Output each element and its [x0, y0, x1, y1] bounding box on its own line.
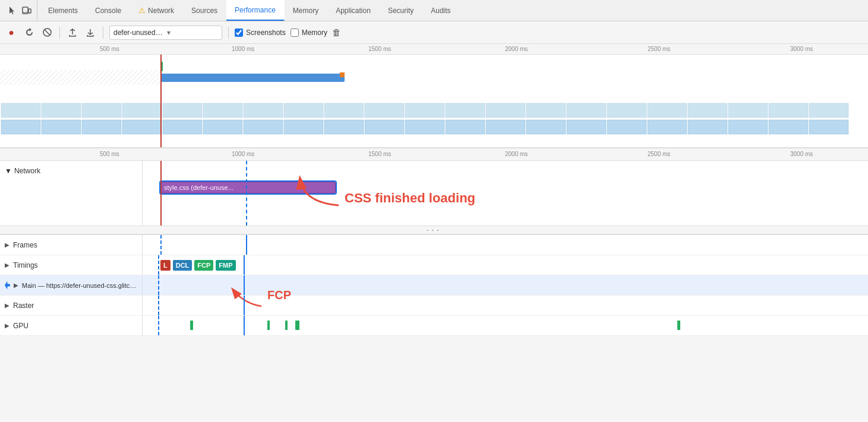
raster-row: ▶ Raster [0, 296, 868, 316]
gpu-bar-2 [267, 321, 270, 330]
main-track: FCP [143, 275, 868, 295]
raster-triangle-icon[interactable]: ▶ [5, 302, 10, 309]
tab-sources[interactable]: Sources [183, 0, 226, 21]
main-triangle-icon[interactable]: ▶ [14, 282, 18, 288]
frames-label: ▶ Frames [0, 235, 143, 255]
timings-triangle-icon[interactable]: ▶ [5, 262, 10, 268]
svg-rect-44 [688, 120, 727, 134]
svg-rect-41 [567, 120, 606, 134]
screenshot-strip: // can't use script inside SVG in static… [0, 102, 868, 137]
network-bar-css[interactable]: style.css (defer-unuse... [160, 182, 336, 193]
tab-application[interactable]: Application [327, 0, 380, 21]
gpu-row: ▶ GPU [0, 316, 868, 336]
red-vertical-line [160, 55, 162, 147]
svg-rect-6 [1, 103, 40, 118]
main-row: ▶ Main — https://defer-unused-css.glitch… [0, 275, 868, 296]
tab-console[interactable]: Console [87, 0, 130, 21]
gpu-dashed-line [158, 316, 159, 335]
network-red-line [160, 161, 162, 226]
gpu-bar-3 [285, 321, 288, 330]
network-triangle-icon[interactable]: ▼ [5, 167, 12, 175]
svg-rect-28 [42, 120, 81, 134]
clear-button[interactable] [40, 26, 53, 39]
screenshot-thumbs-svg: // can't use script inside SVG in static… [0, 102, 868, 137]
lower-ruler-500: 500 ms [100, 151, 119, 157]
main-blue-line [244, 275, 245, 295]
devtools-icons [2, 0, 37, 21]
tab-security[interactable]: Security [380, 0, 422, 21]
network-section: ▼ Network style.css (defer-unuse... [0, 161, 868, 226]
frames-triangle-icon[interactable]: ▶ [5, 242, 10, 248]
timings-row: ▶ Timings L DCL FCP FMP [0, 255, 868, 275]
svg-rect-34 [284, 120, 323, 134]
device-icon[interactable] [21, 5, 32, 16]
screenshots-checkbox[interactable] [235, 28, 243, 37]
gpu-triangle-icon[interactable]: ▶ [5, 322, 10, 329]
badge-fcp: FCP [194, 260, 213, 271]
svg-rect-23 [688, 103, 727, 118]
gpu-label: ▶ GPU [0, 316, 143, 335]
frames-track [143, 235, 868, 255]
svg-rect-45 [728, 120, 768, 134]
svg-rect-20 [567, 103, 606, 118]
lower-section: 500 ms 1000 ms 1500 ms 2000 ms 2500 ms 3… [0, 148, 868, 235]
record-button[interactable]: ● [5, 26, 18, 39]
svg-rect-15 [365, 103, 404, 118]
svg-rect-25 [769, 103, 808, 118]
timing-badges: L DCL FCP FMP [160, 260, 237, 271]
svg-rect-21 [607, 103, 646, 118]
svg-rect-30 [122, 120, 162, 134]
frames-dashed-line [160, 235, 162, 255]
memory-checkbox-label[interactable]: Memory [291, 28, 327, 37]
bar-endpoint [340, 72, 345, 77]
download-button[interactable] [84, 26, 97, 39]
tab-elements[interactable]: Elements [40, 0, 87, 21]
tab-audits[interactable]: Audits [422, 0, 459, 21]
timeline-content: // can't use script inside SVG in static… [0, 55, 868, 147]
lower-ruler-1000: 1000 ms [232, 151, 254, 157]
divider-3 [228, 27, 229, 39]
upper-ruler: 500 ms 1000 ms 1500 ms 2000 ms 2500 ms 3… [0, 44, 868, 55]
svg-rect-29 [82, 120, 121, 134]
timings-blue-line [244, 255, 245, 275]
svg-rect-31 [163, 120, 202, 134]
upload-button[interactable] [66, 26, 79, 39]
css-load-bar [160, 74, 345, 82]
svg-rect-22 [648, 103, 687, 118]
svg-rect-10 [163, 103, 202, 118]
bottom-panel: ▶ Frames ▶ Timings L DCL FCP FMP [0, 235, 868, 336]
tab-network[interactable]: ⚠ Network [130, 0, 183, 21]
badge-fmp: FMP [216, 260, 235, 271]
svg-rect-8 [82, 103, 121, 118]
raster-dashed-line [158, 296, 159, 315]
svg-rect-1 [29, 9, 31, 13]
svg-rect-13 [284, 103, 323, 118]
svg-rect-17 [446, 103, 485, 118]
lower-ruler: 500 ms 1000 ms 1500 ms 2000 ms 2500 ms 3… [0, 148, 868, 161]
lower-ruler-2000: 2000 ms [505, 151, 528, 157]
cursor-icon[interactable] [7, 5, 18, 16]
timings-label: ▶ Timings [0, 255, 143, 275]
svg-rect-36 [365, 120, 404, 134]
screenshots-checkbox-label[interactable]: Screenshots [235, 28, 286, 37]
network-label: ▼ Network [0, 161, 143, 226]
url-selector[interactable]: defer-unused-css.glitch.... ▾ [109, 26, 222, 40]
tab-memory[interactable]: Memory [285, 0, 327, 21]
lower-ruler-2500: 2500 ms [648, 151, 670, 157]
svg-rect-24 [728, 103, 768, 118]
gpu-bar-4 [295, 321, 299, 330]
gpu-track [143, 316, 868, 335]
svg-rect-46 [769, 120, 808, 134]
chevron-down-icon: ▾ [167, 28, 218, 37]
timings-dashed-line [158, 255, 159, 275]
ruler-2000: 2000 ms [505, 46, 528, 52]
dashed-vline [246, 161, 247, 226]
trash-button[interactable]: 🗑 [332, 27, 341, 37]
memory-checkbox[interactable] [291, 28, 299, 37]
svg-rect-33 [244, 120, 283, 134]
tab-performance[interactable]: Performance [226, 0, 285, 21]
timings-track: L DCL FCP FMP [143, 255, 868, 275]
svg-rect-42 [607, 120, 646, 134]
frames-blue-line [246, 235, 247, 255]
reload-button[interactable] [23, 26, 36, 39]
